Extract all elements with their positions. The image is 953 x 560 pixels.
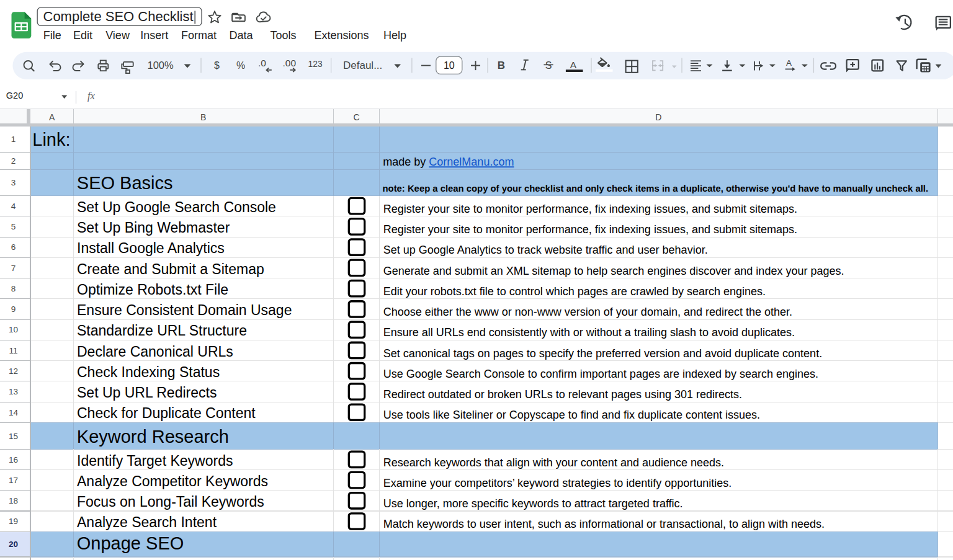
svg-text:D: D: [655, 112, 661, 122]
svg-text:View: View: [105, 29, 130, 42]
svg-text:C: C: [353, 112, 359, 122]
svg-text:13: 13: [9, 387, 18, 396]
svg-text:Focus on Long-Tail Keywords: Focus on Long-Tail Keywords: [77, 494, 264, 510]
svg-text:Help: Help: [383, 29, 406, 42]
svg-text:Onpage SEO: Onpage SEO: [77, 533, 184, 553]
svg-text:File: File: [43, 29, 61, 42]
svg-text:4: 4: [11, 202, 16, 211]
svg-text:fx: fx: [87, 90, 96, 102]
svg-text:5: 5: [11, 222, 16, 231]
svg-text:Examine your competitors’ keyw: Examine your competitors’ keyword strate…: [383, 477, 732, 489]
svg-text:S: S: [545, 60, 552, 71]
svg-text:Choose either the www or non-w: Choose either the www or non-www version…: [383, 306, 792, 318]
svg-text:15: 15: [9, 432, 18, 441]
svg-text:A: A: [49, 112, 55, 122]
svg-text:Optimize Robots.txt File: Optimize Robots.txt File: [77, 282, 228, 298]
svg-text:7: 7: [11, 264, 16, 273]
svg-text:Create and Submit a Sitemap: Create and Submit a Sitemap: [77, 261, 264, 277]
svg-text:2: 2: [11, 156, 16, 166]
svg-text:Set Up Google Search Console: Set Up Google Search Console: [77, 199, 276, 215]
svg-text:11: 11: [9, 346, 17, 355]
svg-text:Ensure Consistent Domain Usage: Ensure Consistent Domain Usage: [77, 302, 292, 318]
svg-text:B: B: [498, 60, 505, 71]
svg-text:note: Keep a clean copy of you: note: Keep a clean copy of your checklis…: [383, 184, 929, 193]
svg-text:Analyze Search Intent: Analyze Search Intent: [77, 514, 217, 530]
svg-text:B: B: [200, 112, 206, 122]
svg-text:Set Up Bing Webmaster: Set Up Bing Webmaster: [77, 220, 230, 236]
svg-text:Edit your robots.txt file to c: Edit your robots.txt file to control whi…: [383, 285, 766, 298]
svg-text:19: 19: [9, 517, 18, 526]
svg-text:%: %: [236, 60, 245, 71]
svg-text:Defaul...: Defaul...: [343, 60, 382, 71]
svg-text:Register your site to monitor: Register your site to monitor performanc…: [383, 223, 797, 236]
svg-text:123: 123: [308, 60, 323, 69]
svg-text:.00: .00: [283, 58, 297, 68]
svg-text:16: 16: [9, 455, 18, 464]
svg-text:20: 20: [9, 540, 18, 549]
svg-text:Keyword Research: Keyword Research: [77, 427, 229, 447]
svg-text:Link:: Link:: [32, 130, 70, 149]
svg-text:14: 14: [9, 408, 19, 417]
svg-text:Tools: Tools: [271, 29, 297, 42]
svg-text:Set Up URL Redirects: Set Up URL Redirects: [77, 384, 217, 401]
svg-text:G20: G20: [6, 91, 23, 100]
svg-text:Set canonical tags on pages to: Set canonical tags on pages to specify t…: [383, 347, 822, 360]
svg-text:Standardize URL Structure: Standardize URL Structure: [77, 322, 247, 339]
svg-text:Research keywords that align w: Research keywords that align with your c…: [383, 456, 724, 469]
svg-text:Install Google Analytics: Install Google Analytics: [77, 240, 225, 256]
svg-text:1: 1: [11, 135, 16, 144]
svg-text:Match keywords to user intent,: Match keywords to user intent, such as i…: [383, 518, 825, 530]
svg-text:Redirect outdated or broken UR: Redirect outdated or broken URLs to rele…: [383, 388, 742, 401]
svg-text:100%: 100%: [148, 60, 174, 71]
svg-text:A: A: [786, 58, 792, 68]
svg-text:SEO Basics: SEO Basics: [77, 173, 173, 193]
svg-text:10: 10: [444, 60, 455, 71]
svg-text:3: 3: [11, 178, 16, 187]
svg-text:Check Indexing Status: Check Indexing Status: [77, 364, 220, 380]
svg-text:A: A: [570, 60, 577, 70]
svg-text:made by CornelManu.com: made by CornelManu.com: [383, 156, 514, 168]
svg-text:9: 9: [11, 304, 16, 314]
svg-text:Use tools like Siteliner or Co: Use tools like Siteliner or Copyscape to…: [383, 409, 760, 421]
svg-text:Analyze Competitor Keywords: Analyze Competitor Keywords: [77, 473, 268, 489]
svg-text:Register your site to monitor: Register your site to monitor performanc…: [383, 203, 797, 215]
svg-text:Data: Data: [230, 29, 254, 42]
svg-text:Complete SEO Checklist: Complete SEO Checklist: [43, 9, 194, 24]
svg-text:12: 12: [9, 367, 18, 376]
svg-text:10: 10: [9, 325, 18, 334]
svg-text:Format: Format: [181, 29, 217, 42]
svg-text:6: 6: [11, 242, 16, 252]
svg-text:8: 8: [11, 284, 16, 293]
svg-text:Identify Target Keywords: Identify Target Keywords: [77, 453, 233, 469]
svg-text:Ensure all URLs end consistent: Ensure all URLs end consistently with or…: [383, 326, 795, 339]
svg-text:$: $: [214, 60, 220, 71]
svg-text:Check for Duplicate Content: Check for Duplicate Content: [77, 405, 256, 421]
svg-text:Set up Google Analytics to tra: Set up Google Analytics to track website…: [383, 244, 708, 256]
svg-text:Use longer, more specific keyw: Use longer, more specific keywords to at…: [383, 497, 683, 510]
svg-text:Use Google Search Console to c: Use Google Search Console to confirm imp…: [383, 368, 818, 380]
svg-text:Declare Canonical URLs: Declare Canonical URLs: [77, 344, 233, 360]
svg-text:Generate and submit an XML sit: Generate and submit an XML sitemap to he…: [383, 265, 844, 277]
svg-text:Insert: Insert: [140, 29, 168, 42]
svg-text:17: 17: [9, 476, 18, 485]
svg-text:Edit: Edit: [73, 29, 92, 42]
svg-text:Extensions: Extensions: [314, 29, 369, 42]
svg-text:18: 18: [9, 496, 18, 505]
svg-text:.0: .0: [258, 58, 266, 68]
